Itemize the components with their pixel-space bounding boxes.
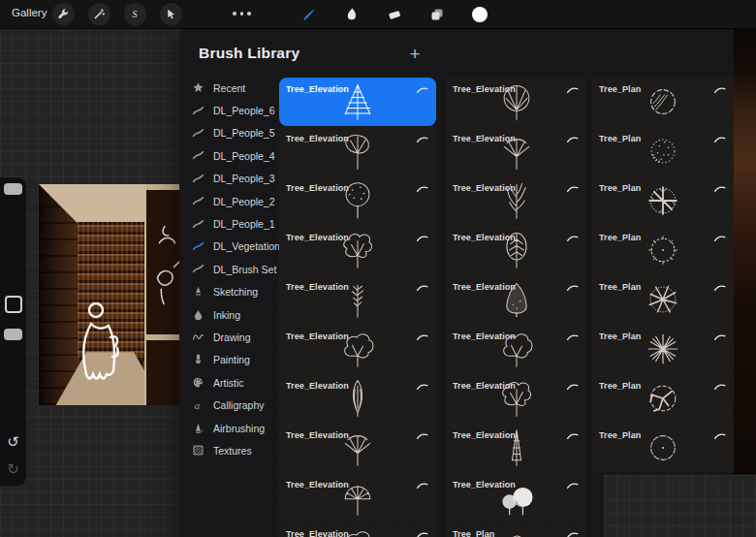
brush-name: Tree_Plan xyxy=(599,430,641,440)
brush-preview-maple-icon xyxy=(495,377,538,420)
brush-preview-plan-dotted-icon xyxy=(642,130,684,173)
brush-signature-icon xyxy=(566,184,579,193)
brush-cell[interactable]: Tree_Elevation xyxy=(279,127,436,175)
brush-cell[interactable]: Tree_Elevation xyxy=(279,325,436,373)
brush-preview-round-pair-icon xyxy=(495,476,538,519)
adjustments-button[interactable] xyxy=(88,3,110,25)
brush-signature-icon xyxy=(566,234,579,242)
brush-signature-icon xyxy=(713,184,726,193)
brush-cell[interactable]: Tree_Elevation xyxy=(446,127,586,175)
undo-icon[interactable]: ↺ xyxy=(0,434,26,449)
brush-size-slider[interactable] xyxy=(4,183,22,195)
brush-preview-conifer-icon xyxy=(336,80,379,123)
eraser-button[interactable] xyxy=(386,6,402,22)
brush-name: Tree_Plan xyxy=(599,233,641,242)
adjustments-icon xyxy=(93,8,106,20)
brush-cell[interactable]: Tree_Elevation xyxy=(446,374,586,423)
brush-preview-maple-icon xyxy=(336,229,379,271)
brush-cell[interactable]: Tree_Elevation xyxy=(279,424,436,472)
layers-button[interactable] xyxy=(428,6,445,22)
brush-signature-icon xyxy=(416,332,428,341)
brush-signature-icon xyxy=(713,431,726,440)
canvas-edge-strip[interactable] xyxy=(734,28,756,474)
side-toolbar: ↺ ↻ xyxy=(0,177,26,486)
ellipsis-icon[interactable] xyxy=(233,12,251,16)
brush-preview-plan-starburst-icon xyxy=(642,328,684,370)
brush-preview-sapling-icon xyxy=(336,278,379,321)
brush-signature-icon xyxy=(566,431,579,440)
brush-cell[interactable]: Tree_Elevation xyxy=(279,473,436,521)
panel-title: Brush Library xyxy=(199,45,299,62)
brush-cell[interactable]: Tree_Plan xyxy=(592,127,734,175)
brush-cell[interactable]: Tree_Elevation xyxy=(446,176,586,225)
brush-name: Tree_Plan xyxy=(453,529,494,537)
brush-cell[interactable]: Tree_Elevation xyxy=(446,473,586,521)
color-swatch-button[interactable] xyxy=(471,6,488,22)
brush-signature-icon xyxy=(566,530,579,537)
brush-cell[interactable]: Tree_Plan xyxy=(592,78,734,126)
artwork-person-doodle xyxy=(39,184,181,405)
brush-preview-round-dotted-icon xyxy=(336,179,379,222)
brush-cell[interactable]: Tree_Elevation xyxy=(446,325,586,373)
brush-preview-bushy-conifer-icon xyxy=(495,278,538,321)
brush-cell[interactable]: Tree_Elevation xyxy=(279,522,436,537)
brush-signature-icon xyxy=(566,85,579,94)
brush-signature-icon xyxy=(566,135,579,143)
canvas-artwork[interactable] xyxy=(39,184,181,405)
brush-cell[interactable]: Tree_Plan xyxy=(446,522,586,537)
brush-grid: Tree_Elevation Tree_Elevation Tree_Eleva… xyxy=(179,78,734,537)
brush-signature-icon xyxy=(566,382,579,391)
brush-cell[interactable]: Tree_Elevation xyxy=(446,226,586,274)
smudge-button[interactable] xyxy=(343,6,360,22)
color-swatch xyxy=(472,7,488,22)
brush-signature-icon xyxy=(416,234,428,242)
brush-preview-ginkgo-icon xyxy=(336,130,379,173)
brush-signature-icon xyxy=(416,135,428,143)
modify-button[interactable] xyxy=(5,296,22,313)
brush-preview-plan-cracked-icon xyxy=(642,377,684,420)
add-brush-button[interactable]: + xyxy=(403,43,426,66)
brush-signature-icon xyxy=(416,431,428,440)
top-toolbar: Gallery xyxy=(0,0,756,29)
brush-preview-plan-spiky-icon xyxy=(642,229,684,271)
procreate-screen: ↺ ↻ Brush Library + Recent DL_People_6 D… xyxy=(0,0,756,537)
brush-preview-plan-circle-icon xyxy=(642,426,684,469)
brush-cell[interactable]: Tree_Plan xyxy=(592,374,734,423)
brush-cell[interactable]: Tree_Plan xyxy=(592,176,734,225)
brush-cell[interactable]: Tree_Elevation xyxy=(279,78,436,126)
brush-cell[interactable]: Tree_Elevation xyxy=(279,176,436,225)
brush-preview-cypress-icon xyxy=(336,377,379,420)
brush-preview-oak-icon xyxy=(495,328,538,370)
brush-cell[interactable]: Tree_Elevation xyxy=(279,374,436,423)
canvas-corner-patch[interactable] xyxy=(603,474,756,537)
brush-cell[interactable]: Tree_Plan xyxy=(592,275,734,324)
brush-opacity-slider[interactable] xyxy=(4,329,22,340)
smudge-icon xyxy=(344,7,360,22)
brush-preview-plan-scribble-icon xyxy=(642,80,684,123)
brush-preview-fan-branches-icon xyxy=(495,130,538,173)
redo-icon[interactable]: ↻ xyxy=(0,461,26,476)
transform-button[interactable] xyxy=(160,3,182,25)
paint-brush-button[interactable] xyxy=(300,6,317,22)
brush-signature-icon xyxy=(713,382,726,391)
brush-library-panel: Brush Library + Recent DL_People_6 DL_Pe… xyxy=(179,28,734,537)
brush-signature-icon xyxy=(566,332,579,341)
brush-preview-plan-branches-icon xyxy=(642,179,684,222)
brush-cell[interactable]: Tree_Elevation xyxy=(446,78,586,126)
brush-cell[interactable]: Tree_Elevation xyxy=(446,424,586,472)
brush-cell[interactable]: Tree_Plan xyxy=(592,424,734,472)
brush-signature-icon xyxy=(416,283,428,292)
brush-cell[interactable]: Tree_Elevation xyxy=(446,275,586,324)
brush-signature-icon xyxy=(416,85,428,94)
brush-signature-icon xyxy=(713,332,726,341)
brush-cell[interactable]: Tree_Elevation xyxy=(279,226,436,274)
brush-cell[interactable]: Tree_Plan xyxy=(592,226,734,274)
brush-cell[interactable]: Tree_Plan xyxy=(592,325,734,373)
brush-preview-oak-icon xyxy=(336,328,379,370)
gallery-button[interactable]: Gallery xyxy=(12,7,47,18)
brush-name: Tree_Plan xyxy=(599,134,641,143)
brush-signature-icon xyxy=(416,530,428,537)
brush-cell[interactable]: Tree_Elevation xyxy=(279,275,436,324)
selection-button[interactable] xyxy=(124,3,146,25)
wrench-button[interactable] xyxy=(52,3,75,25)
